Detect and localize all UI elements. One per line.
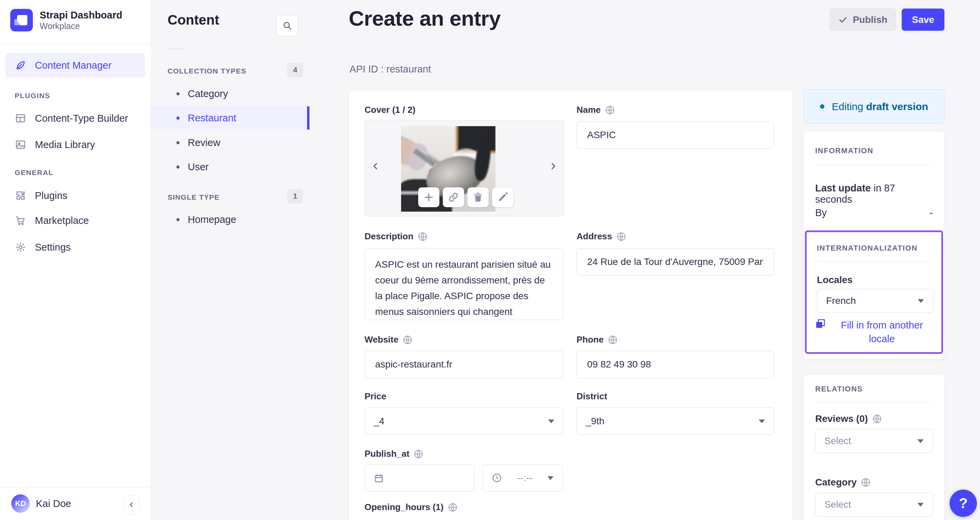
link-icon — [448, 191, 459, 203]
bullet-icon — [177, 165, 180, 169]
price-field-label: Price — [364, 391, 387, 402]
help-button[interactable]: ? — [950, 490, 977, 517]
website-input[interactable] — [364, 351, 563, 378]
relations-card: RELATIONS Reviews (0) Select Category Se… — [803, 375, 945, 520]
globe-icon — [861, 477, 871, 488]
edit-asset-button[interactable] — [492, 188, 513, 207]
draft-dot-icon — [820, 104, 824, 109]
fill-link-label: Fill in from another locale — [830, 318, 933, 346]
carousel-prev-button[interactable] — [370, 159, 380, 174]
category-placeholder: Select — [824, 499, 918, 510]
chevron-left-icon — [128, 501, 135, 508]
district-select[interactable]: _9th — [576, 407, 774, 435]
divider — [167, 49, 184, 49]
phone-field-label: Phone — [576, 334, 618, 345]
collection-types-count-badge: 4 — [287, 63, 303, 77]
sidebar-item-marketplace[interactable]: Marketplace — [5, 208, 145, 234]
user-menu[interactable]: KD Kai Doe — [11, 495, 141, 513]
sidebar-item-content-manager[interactable]: Content Manager — [5, 53, 145, 78]
price-select[interactable]: _4 — [364, 407, 563, 435]
clock-icon — [492, 473, 502, 483]
relations-title: RELATIONS — [815, 385, 863, 393]
save-button[interactable]: Save — [902, 8, 945, 31]
strapi-app: Strapi Dashboard Workplace Content Manag… — [0, 0, 980, 520]
copy-link-button[interactable] — [443, 188, 464, 207]
draft-bold: draft version — [866, 101, 928, 112]
sidebar-item-label: Media Library — [35, 139, 95, 150]
collapse-sidebar-button[interactable] — [124, 495, 140, 514]
sidebar-section-general: GENERAL — [15, 169, 53, 177]
subnav-item-review[interactable]: Review — [150, 131, 309, 154]
category-field-label: Category — [815, 477, 871, 488]
bullet-icon — [177, 218, 180, 221]
entry-form-card: Cover (1 / 2) — [349, 90, 792, 520]
globe-icon — [402, 335, 413, 345]
reviews-field-label: Reviews (0) — [815, 413, 882, 424]
bullet-icon — [177, 141, 180, 144]
subnav-item-restaurant[interactable]: Restaurant — [150, 107, 309, 130]
globe-icon — [616, 231, 627, 242]
chevron-down-icon — [548, 420, 554, 423]
search-button[interactable] — [276, 15, 298, 36]
price-value: _4 — [374, 416, 548, 427]
publish-at-time-input[interactable]: --:-- — [482, 464, 563, 491]
internationalization-section: INTERNATIONALIZATION Locales French Fill… — [805, 231, 943, 354]
api-id-subtitle: API ID : restaurant — [350, 64, 431, 75]
sidebar-item-media-library[interactable]: Media Library — [5, 132, 145, 157]
strapi-logo-icon — [10, 9, 33, 32]
description-textarea[interactable]: ASPIC est un restaurant parisien situé a… — [364, 248, 563, 320]
add-asset-button[interactable] — [418, 188, 439, 207]
information-card: INFORMATION Last update in 87 seconds By… — [803, 131, 945, 359]
editing-draft-banner: Editing draft version — [803, 89, 945, 124]
name-field-label: Name — [576, 105, 615, 115]
opening-hours-field-label: Opening_hours (1) — [364, 502, 458, 512]
cover-actions — [418, 188, 513, 207]
chevron-down-icon — [547, 476, 554, 480]
carousel-next-button[interactable] — [548, 159, 558, 174]
locale-select[interactable]: French — [817, 289, 933, 313]
i18n-title: INTERNATIONALIZATION — [817, 244, 918, 253]
subnav-item-category[interactable]: Category — [150, 82, 309, 105]
sidebar-item-content-type-builder[interactable]: Content-Type Builder — [5, 105, 145, 131]
subnav-item-user[interactable]: User — [150, 155, 309, 178]
phone-input[interactable] — [576, 351, 774, 378]
reviews-placeholder: Select — [824, 436, 918, 447]
gear-icon — [15, 242, 26, 253]
last-update-row: Last update in 87 seconds — [815, 183, 933, 205]
brand-subtitle: Workplace — [40, 21, 123, 31]
reviews-select[interactable]: Select — [815, 429, 933, 453]
globe-icon — [872, 413, 882, 424]
shopping-cart-icon — [15, 215, 26, 226]
bullet-icon — [177, 92, 180, 95]
active-indicator — [307, 107, 309, 130]
check-icon — [838, 15, 847, 24]
picture-icon — [15, 139, 26, 150]
sidebar-item-label: Settings — [35, 242, 71, 253]
subnav-item-label: Category — [188, 88, 228, 100]
content-subnav: Content COLLECTION TYPES 4 Category Rest… — [150, 0, 310, 520]
globe-icon — [608, 335, 618, 345]
divider — [815, 402, 933, 403]
delete-asset-button[interactable] — [468, 188, 488, 207]
publish-at-date-input[interactable] — [364, 464, 474, 491]
address-input[interactable] — [576, 248, 774, 275]
bullet-icon — [177, 116, 180, 120]
single-type-label: SINGLE TYPE — [167, 193, 220, 201]
divider — [815, 165, 933, 165]
locale-value: French — [826, 296, 918, 306]
subnav-item-homepage[interactable]: Homepage — [150, 208, 309, 231]
page-title: Create an entry — [349, 6, 501, 30]
globe-icon — [414, 449, 424, 459]
subnav-item-label: Restaurant — [188, 113, 236, 124]
name-input[interactable] — [576, 121, 774, 149]
sidebar-item-settings[interactable]: Settings — [5, 234, 145, 260]
sidebar-item-plugins[interactable]: Plugins — [5, 183, 145, 208]
sidebar-item-label: Content-Type Builder — [35, 113, 128, 124]
time-placeholder: --:-- — [502, 472, 547, 483]
brand[interactable]: Strapi Dashboard Workplace — [10, 9, 123, 32]
category-select[interactable]: Select — [815, 493, 933, 517]
user-name: Kai Doe — [36, 498, 71, 509]
publish-button[interactable]: Publish — [830, 8, 896, 31]
plus-icon — [423, 191, 434, 203]
fill-from-locale-link[interactable]: Fill in from another locale — [815, 318, 933, 346]
